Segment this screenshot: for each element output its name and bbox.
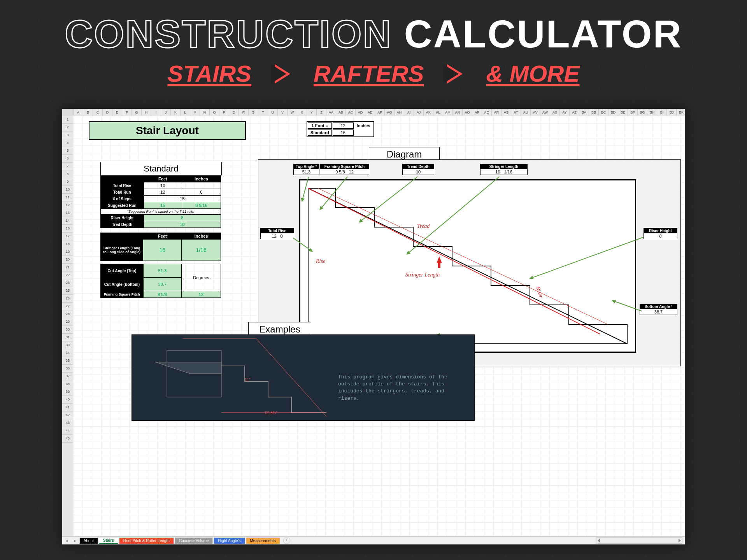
standard-title: Standard: [100, 162, 222, 175]
dim-label: 11": [245, 378, 251, 382]
dim-label: 12'-8⅝": [264, 411, 277, 415]
tread-depth-box: Tread Depth10: [402, 164, 434, 175]
units-table: 1 Foot =12Inches Standard16: [307, 121, 374, 137]
sub-stairs: STAIRS: [168, 60, 252, 87]
stringer-length-box: Stringer Length161/16: [480, 164, 528, 175]
stair-diagram: Rise Run Tread Riser Stringer Length: [299, 179, 636, 353]
main-title: CONSTRUCTION CALCULATOR: [0, 12, 747, 56]
rise-label: Rise: [316, 258, 325, 264]
sub-more: & MORE: [486, 60, 579, 87]
angles-block: Cut Angle (Top)51.3Degrees Cut Angle (Bo…: [100, 264, 221, 298]
total-rise-box: Total Rise120: [260, 228, 294, 239]
cell-total-rise-feet[interactable]: 10: [144, 182, 182, 189]
horizontal-scrollbar[interactable]: [596, 537, 682, 544]
sheet-tabs: ◄ ► About Stairs Roof Pitch & Rafter Len…: [62, 536, 685, 544]
sheet-title: Stair Layout: [89, 121, 246, 140]
chevron-right-icon: [275, 64, 290, 84]
tab-roof[interactable]: Roof Pitch & Rafter Length: [119, 537, 174, 544]
riser-height-box: Riser Height8: [644, 228, 677, 239]
tab-stairs[interactable]: Stairs: [99, 537, 118, 544]
sheet-grid[interactable]: Stair Layout 1 Foot =12Inches Standard16…: [73, 116, 685, 537]
examples-panel: 11" 12'-8⅝" This program gives dimension…: [132, 334, 475, 421]
tab-about[interactable]: About: [79, 537, 98, 544]
tab-nav-prev-icon[interactable]: ◄: [62, 539, 71, 543]
chevron-right-icon: [447, 64, 463, 84]
add-sheet-button[interactable]: +: [283, 537, 290, 544]
up-arrow-icon: [437, 256, 442, 263]
bottom-angle-box: Bottom Angle °38.7: [640, 304, 677, 315]
subtitle-row: STAIRS RAFTERS & MORE: [0, 60, 747, 87]
top-angle-box: Top Angle °51.3: [293, 164, 319, 175]
cell-total-run-feet[interactable]: 12: [144, 189, 182, 196]
sub-rafters: RAFTERS: [314, 60, 424, 87]
column-headers[interactable]: ABCDEFGHIJKLMNOPQRSTUVWXYZAAABACADAEAFAG…: [62, 109, 685, 116]
tab-measurements[interactable]: Measurements: [246, 537, 280, 544]
examples-description: This program gives dimensions of the out…: [338, 374, 455, 402]
tread-label: Tread: [417, 223, 430, 229]
spreadsheet-window: ABCDEFGHIJKLMNOPQRSTUVWXYZAAABACADAEAFAG…: [62, 109, 685, 544]
standard-block: Standard FeetInches Total Rise10 Total R…: [100, 162, 222, 228]
tab-nav-next-icon[interactable]: ►: [71, 539, 79, 543]
tab-right-angles[interactable]: Right Angle's: [214, 537, 245, 544]
hero: CONSTRUCTION CALCULATOR STAIRS RAFTERS &…: [0, 0, 747, 91]
tab-concrete[interactable]: Concrete Volume: [175, 537, 213, 544]
fsp-box: Framing Square Pitch9 5/812: [320, 164, 369, 175]
stringer-length-label: Stringer Length: [405, 272, 440, 278]
stringer-block: FeetInches Stringer Length (Long to Long…: [100, 233, 221, 261]
row-headers[interactable]: 1234567891011121314161718192021222325262…: [62, 116, 74, 537]
